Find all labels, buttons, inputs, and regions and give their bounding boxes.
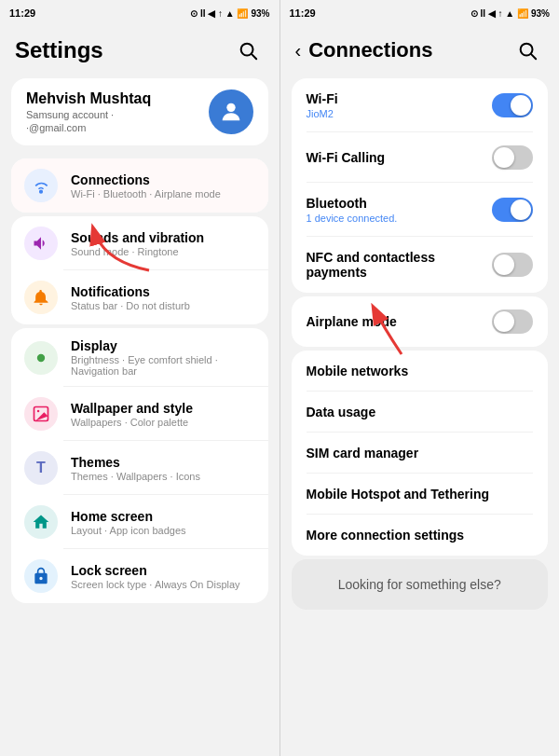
battery-left: 93% <box>251 8 269 19</box>
svg-point-3 <box>40 190 43 193</box>
back-arrow-icon: ‹ <box>295 40 302 62</box>
settings-item-wallpaper[interactable]: Wallpaper and style Wallpapers · Color p… <box>11 387 268 441</box>
profile-info: Mehvish Mushtaq Samsung account · ·@gmai… <box>26 90 151 133</box>
right-panel: 11:29 ⊙ II ◀ ↑ ▲ 📶 93% ‹ Connections Wi-… <box>280 0 560 756</box>
connections-title: Connections <box>308 38 432 62</box>
connections-subtitle: Wi-Fi · Bluetooth · Airplane mode <box>71 188 255 199</box>
search-button-left[interactable] <box>231 34 265 67</box>
conn-item-wifi[interactable]: Wi-Fi JioM2 <box>292 78 549 132</box>
settings-group-connections: Connections Wi-Fi · Bluetooth · Airplane… <box>11 158 268 213</box>
conn-item-hotspot[interactable]: Mobile Hotspot and Tethering <box>292 474 549 515</box>
more-connections-title: More connection settings <box>307 528 465 543</box>
display-text: Display Brightness · Eye comfort shield … <box>71 338 255 377</box>
notifications-text: Notifications Status bar · Do not distur… <box>71 284 255 311</box>
connections-list: Wi-Fi JioM2 Wi-Fi Calling Bluetooth 1 de… <box>280 71 560 617</box>
wifi-calling-info: Wi-Fi Calling <box>307 150 386 165</box>
status-bar-left: 11:29 ⊙ II ◀ ↑ ▲ 📶 93% <box>0 0 280 26</box>
wifi-title: Wi-Fi <box>307 91 338 106</box>
bluetooth-info: Bluetooth 1 device connected. <box>307 196 398 224</box>
nfc-toggle[interactable] <box>492 253 533 277</box>
bluetooth-subtitle: 1 device connected. <box>307 213 398 224</box>
wallpaper-title: Wallpaper and style <box>71 401 255 416</box>
wifi-info: Wi-Fi JioM2 <box>307 91 338 119</box>
notifications-subtitle: Status bar · Do not disturb <box>71 300 255 311</box>
back-button[interactable]: ‹ Connections <box>295 38 433 62</box>
bluetooth-title: Bluetooth <box>307 196 398 211</box>
settings-item-sounds[interactable]: Sounds and vibration Sound mode · Ringto… <box>11 216 268 270</box>
homescreen-icon <box>24 505 58 539</box>
settings-item-homescreen[interactable]: Home screen Layout · App icon badges <box>11 495 268 549</box>
sounds-text: Sounds and vibration Sound mode · Ringto… <box>71 230 255 257</box>
time-left: 11:29 <box>9 7 35 19</box>
profile-card[interactable]: Mehvish Mushtaq Samsung account · ·@gmai… <box>11 78 268 145</box>
themes-text: Themes Themes · Wallpapers · Icons <box>71 455 255 482</box>
status-bar-right: 11:29 ⊙ II ◀ ↑ ▲ 📶 93% <box>280 0 560 26</box>
notifications-icon <box>24 281 58 314</box>
sounds-icon <box>24 227 58 260</box>
connections-icon <box>24 169 58 202</box>
settings-item-themes[interactable]: T Themes Themes · Wallpapers · Icons <box>11 441 268 495</box>
bluetooth-toggle[interactable] <box>492 198 533 222</box>
battery-right: 93% <box>531 8 550 19</box>
homescreen-text: Home screen Layout · App icon badges <box>71 509 255 536</box>
left-panel: 11:29 ⊙ II ◀ ↑ ▲ 📶 93% Settings Mehvish … <box>0 0 280 756</box>
sounds-subtitle: Sound mode · Ringtone <box>71 246 255 257</box>
wifi-calling-title: Wi-Fi Calling <box>307 150 386 165</box>
display-title: Display <box>71 338 255 353</box>
hotspot-title: Mobile Hotspot and Tethering <box>307 487 490 502</box>
settings-item-lockscreen[interactable]: Lock screen Screen lock type · Always On… <box>11 549 268 603</box>
avatar <box>209 89 253 134</box>
data-usage-title: Data usage <box>307 405 376 419</box>
airplane-title: Airplane mode <box>307 314 397 329</box>
nfc-title: NFC and contactless payments <box>307 250 493 280</box>
conn-item-airplane[interactable]: Airplane mode <box>292 296 549 347</box>
looking-card[interactable]: Looking for something else? <box>292 559 549 610</box>
svg-point-4 <box>37 353 45 361</box>
wifi-toggle[interactable] <box>492 93 533 117</box>
conn-item-more-connections[interactable]: More connection settings <box>292 515 549 556</box>
conn-item-nfc[interactable]: NFC and contactless payments <box>292 237 549 293</box>
themes-icon: T <box>24 451 58 485</box>
wallpaper-text: Wallpaper and style Wallpapers · Color p… <box>71 401 255 428</box>
status-icons-left: ⊙ II ◀ ↑ ▲ 📶 <box>190 8 248 19</box>
nfc-info: NFC and contactless payments <box>307 250 493 280</box>
settings-group-display-etc: Display Brightness · Eye comfort shield … <box>11 328 268 603</box>
settings-group-sounds-notif: Sounds and vibration Sound mode · Ringto… <box>11 216 268 324</box>
wallpaper-subtitle: Wallpapers · Color palette <box>71 417 255 428</box>
wallpaper-icon <box>24 397 58 431</box>
settings-item-connections[interactable]: Connections Wi-Fi · Bluetooth · Airplane… <box>11 158 268 213</box>
svg-line-1 <box>252 54 256 59</box>
conn-group-main: Wi-Fi JioM2 Wi-Fi Calling Bluetooth 1 de… <box>292 78 549 293</box>
connections-header: ‹ Connections <box>280 26 560 71</box>
notifications-title: Notifications <box>71 284 255 299</box>
conn-item-wifi-calling[interactable]: Wi-Fi Calling <box>292 132 549 183</box>
settings-title: Settings <box>15 37 103 63</box>
display-icon <box>24 341 58 375</box>
homescreen-subtitle: Layout · App icon badges <box>71 525 255 536</box>
looking-text: Looking for something else? <box>338 577 501 592</box>
settings-item-display[interactable]: Display Brightness · Eye comfort shield … <box>11 328 268 387</box>
wifi-subtitle: JioM2 <box>307 108 338 119</box>
connections-title: Connections <box>71 172 255 187</box>
lockscreen-title: Lock screen <box>71 563 255 578</box>
airplane-toggle[interactable] <box>492 309 533 334</box>
settings-header: Settings <box>0 26 280 71</box>
conn-item-bluetooth[interactable]: Bluetooth 1 device connected. <box>292 183 549 237</box>
airplane-info: Airplane mode <box>307 314 397 329</box>
conn-item-data-usage[interactable]: Data usage <box>292 392 549 433</box>
lockscreen-text: Lock screen Screen lock type · Always On… <box>71 563 255 590</box>
settings-list: Connections Wi-Fi · Bluetooth · Airplane… <box>0 153 280 609</box>
profile-sub1: Samsung account · <box>26 109 151 120</box>
wifi-calling-toggle[interactable] <box>492 145 533 170</box>
settings-item-notifications[interactable]: Notifications Status bar · Do not distur… <box>11 270 268 324</box>
search-button-right[interactable] <box>511 34 544 67</box>
profile-sub2: ·@gmail.com <box>26 122 151 133</box>
sounds-title: Sounds and vibration <box>71 230 255 245</box>
mobile-networks-title: Mobile networks <box>307 364 409 378</box>
status-icons-right: ⊙ II ◀ ↑ ▲ 📶 <box>470 8 528 19</box>
conn-item-mobile-networks[interactable]: Mobile networks <box>292 351 549 392</box>
homescreen-title: Home screen <box>71 509 255 524</box>
conn-item-sim-card[interactable]: SIM card manager <box>292 433 549 474</box>
connections-text: Connections Wi-Fi · Bluetooth · Airplane… <box>71 172 255 199</box>
svg-line-8 <box>531 54 536 59</box>
